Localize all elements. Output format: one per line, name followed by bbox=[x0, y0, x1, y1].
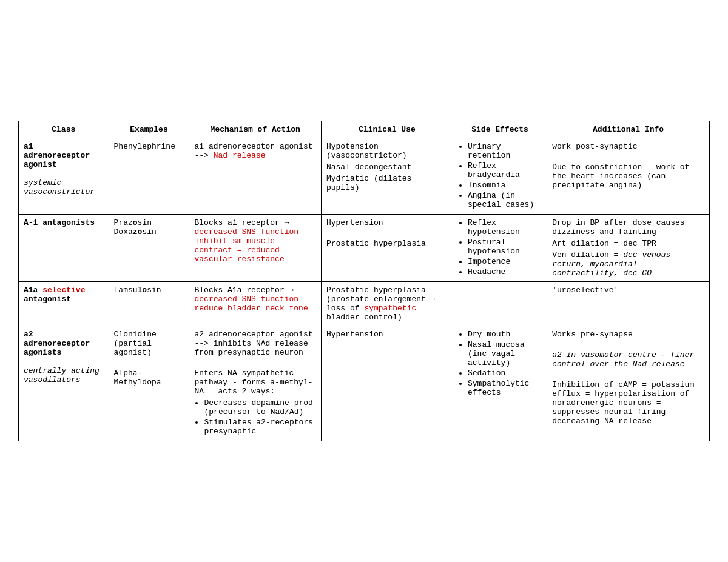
class-cell: a2 adrenoreceptor agonists centrally act… bbox=[19, 326, 109, 441]
additional-info-cell: work post-synaptic Due to constriction –… bbox=[547, 138, 710, 215]
table-row: a2 adrenoreceptor agonists centrally act… bbox=[19, 326, 710, 441]
list-item: Angina (in special cases) bbox=[468, 191, 542, 209]
list-item: Sympatholytic effects bbox=[468, 379, 542, 397]
header-class: Class bbox=[19, 121, 109, 138]
table-row: A1a selective antagonist Tamsulosin Bloc… bbox=[19, 282, 710, 326]
clinical-use-cell: Hypotension (vasoconstrictor) Nasal deco… bbox=[321, 138, 453, 215]
class-cell: A-1 antagonists bbox=[19, 215, 109, 282]
examples-cell: Phenylephrine bbox=[109, 138, 189, 215]
moa-cell: Blocks A1a receptor → decreased SNS func… bbox=[189, 282, 321, 326]
clinical-use-cell: Hypertension bbox=[321, 326, 453, 441]
list-item: Dry mouth bbox=[468, 330, 542, 339]
examples-cell: Tamsulosin bbox=[109, 282, 189, 326]
table-wrapper: Class Examples Mechanism of Action Clini… bbox=[18, 121, 710, 441]
moa-cell: a2 adrenoreceptor agonist --> inhibits N… bbox=[189, 326, 321, 441]
header-clinical-use: Clinical Use bbox=[321, 121, 453, 138]
list-item: Insomnia bbox=[468, 181, 542, 190]
header-side-effects: Side Effects bbox=[453, 121, 547, 138]
additional-info-cell: Works pre-synapse a2 in vasomotor centre… bbox=[547, 326, 710, 441]
clinical-use-cell: Prostatic hyperplasia (prostate enlargem… bbox=[321, 282, 453, 326]
list-item: Nasal mucosa (inc vagal activity) bbox=[468, 340, 542, 367]
list-item: Urinary retention bbox=[468, 142, 542, 160]
side-effects-cell bbox=[453, 282, 547, 326]
side-effects-cell: Dry mouth Nasal mucosa (inc vagal activi… bbox=[453, 326, 547, 441]
table-row: A-1 antagonists Prazosin Doxazosin Block… bbox=[19, 215, 710, 282]
examples-cell: Prazosin Doxazosin bbox=[109, 215, 189, 282]
list-item: Decreases dopamine prod (precursor to Na… bbox=[204, 398, 315, 416]
header-examples: Examples bbox=[109, 121, 189, 138]
header-additional-info: Additional Info bbox=[547, 121, 710, 138]
header-moa: Mechanism of Action bbox=[189, 121, 321, 138]
additional-info-cell: 'uroselective' bbox=[547, 282, 710, 326]
list-item: Impotence bbox=[468, 257, 542, 266]
examples-cell: Clonidine (partial agonist) Alpha-Methyl… bbox=[109, 326, 189, 441]
table-row: a1 adrenoreceptor agonist systemic vasoc… bbox=[19, 138, 710, 215]
list-item: Sedation bbox=[468, 369, 542, 378]
main-table: Class Examples Mechanism of Action Clini… bbox=[18, 121, 710, 441]
clinical-use-cell: Hypertension Prostatic hyperplasia bbox=[321, 215, 453, 282]
side-effects-cell: Urinary retention Reflex bradycardia Ins… bbox=[453, 138, 547, 215]
side-effects-cell: Reflex hypotension Postural hypotension … bbox=[453, 215, 547, 282]
list-item: Headache bbox=[468, 267, 542, 276]
additional-info-cell: Drop in BP after dose causes dizziness a… bbox=[547, 215, 710, 282]
list-item: Stimulates a2-receptors presynaptic bbox=[204, 418, 315, 436]
moa-cell: a1 adrenoreceptor agonist --> Nad releas… bbox=[189, 138, 321, 215]
list-item: Reflex bradycardia bbox=[468, 161, 542, 179]
moa-cell: Blocks a1 receptor → decreased SNS funct… bbox=[189, 215, 321, 282]
list-item: Reflex hypotension bbox=[468, 218, 542, 236]
list-item: Postural hypotension bbox=[468, 238, 542, 256]
class-cell: a1 adrenoreceptor agonist systemic vasoc… bbox=[19, 138, 109, 215]
class-cell: A1a selective antagonist bbox=[19, 282, 109, 326]
